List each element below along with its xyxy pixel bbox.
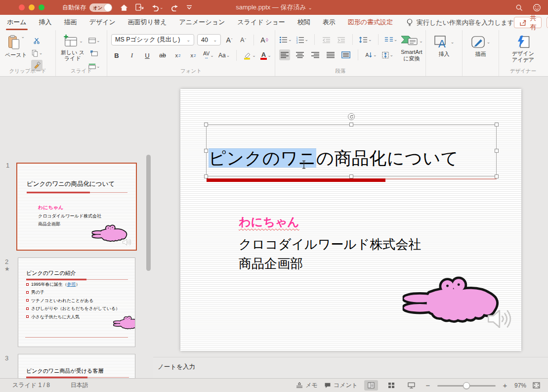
subtitle-name-text[interactable]: わにちゃん	[239, 214, 299, 230]
close-window-button[interactable]	[19, 4, 25, 10]
resize-handle[interactable]	[204, 174, 208, 178]
toolbar-overflow-icon[interactable]	[186, 5, 192, 10]
numbering-button[interactable]: 123⌄	[296, 34, 309, 45]
undo-chevron-icon[interactable]: ⌄	[160, 5, 164, 10]
columns-button[interactable]: ⌄	[384, 34, 398, 45]
resize-handle[interactable]	[204, 123, 208, 127]
resize-handle[interactable]	[204, 149, 208, 153]
zoom-slider[interactable]	[437, 382, 496, 389]
paste-button[interactable]: ⌄ ペースト	[5, 34, 27, 71]
draw-button[interactable]: ⌄ 描画	[463, 35, 499, 58]
resize-handle[interactable]	[495, 174, 499, 178]
layout-button[interactable]: ⌄	[88, 35, 100, 46]
rotate-handle[interactable]	[348, 113, 355, 120]
thumb-org: クロコダイルワールド株式会社	[38, 213, 101, 219]
resize-handle[interactable]	[495, 149, 499, 153]
home-icon[interactable]	[120, 4, 128, 11]
tab-挿入[interactable]: 挿入	[38, 15, 53, 30]
align-left-button[interactable]	[279, 49, 290, 60]
grow-font-button[interactable]: Aˆ	[224, 35, 235, 45]
strikethrough-button[interactable]: ab	[157, 50, 168, 61]
font-size-select[interactable]: 40⌄	[197, 34, 221, 45]
reset-slide-button[interactable]	[88, 48, 100, 59]
fit-to-window-button[interactable]	[533, 382, 540, 389]
justify-button[interactable]	[325, 49, 336, 60]
selected-text: ピンクのワニ	[209, 148, 316, 168]
superscript-button[interactable]: x2	[172, 50, 183, 61]
comment-status-button[interactable]: コメント	[324, 381, 358, 390]
cut-button[interactable]	[31, 35, 43, 46]
zoom-out-button[interactable]: −	[425, 381, 431, 390]
increase-indent-button[interactable]	[336, 34, 346, 45]
slideshow-view-button[interactable]	[405, 380, 419, 391]
redo-button[interactable]	[170, 4, 179, 11]
shrink-font-button[interactable]: Aˇ	[238, 35, 249, 45]
save-sync-icon[interactable]	[135, 3, 144, 11]
text-highlight-button[interactable]: ⌄	[243, 50, 256, 61]
text-direction-button[interactable]: A⌄	[365, 49, 377, 60]
ribbon-group-clipboard: ⌄ ペースト ⌄ クリップボード	[0, 30, 55, 76]
tab-図形の書式設定[interactable]: 図形の書式設定	[347, 15, 394, 30]
red-square-bullet-icon	[26, 291, 29, 294]
autosave-toggle[interactable]: オン	[89, 3, 112, 12]
notes-placeholder[interactable]: ノートを入力	[158, 363, 195, 371]
font-name-select[interactable]: MS Pゴシック (見出し)⌄	[111, 34, 194, 45]
resize-handle[interactable]	[349, 123, 353, 127]
align-right-button[interactable]	[310, 49, 321, 60]
tab-アニメーション[interactable]: アニメーション	[178, 15, 226, 30]
notes-pane[interactable]: ノートを入力	[153, 357, 548, 378]
zoom-level-label[interactable]: 97%	[514, 382, 526, 389]
search-icon[interactable]	[515, 4, 523, 11]
design-ideas-button[interactable]: デザイン アイデア	[499, 35, 547, 63]
tab-画面切り替え[interactable]: 画面切り替え	[127, 15, 168, 30]
subscript-button[interactable]: x2	[188, 50, 199, 61]
bullets-button[interactable]: ⌄	[279, 34, 292, 45]
copy-button[interactable]: ⌄	[31, 47, 43, 58]
new-slide-button[interactable]: ⌄ 新しい スライド	[60, 34, 85, 72]
decrease-indent-button[interactable]	[321, 34, 332, 45]
slide-title-text[interactable]: ピンクのワニの商品化について	[209, 147, 459, 170]
character-spacing-button[interactable]: AV↔⌄	[203, 50, 214, 61]
language-label[interactable]: 日本語	[71, 381, 88, 390]
tab-ホーム[interactable]: ホーム	[6, 15, 28, 30]
tab-デザイン[interactable]: デザイン	[88, 15, 117, 30]
subtitle-dept-text[interactable]: 商品企画部	[239, 255, 303, 272]
subtitle-org-text[interactable]: クロコダイルワールド株式会社	[239, 236, 421, 253]
title-underline-thick	[207, 178, 385, 182]
convert-to-smartart-button[interactable]: ⌄ SmartArt に変換	[397, 34, 426, 62]
align-text-vertical-button[interactable]: ⌄	[381, 49, 394, 60]
insert-button[interactable]: A ⌄ 挿入	[426, 35, 462, 58]
line-spacing-button[interactable]: ⌄	[359, 34, 372, 45]
distribute-text-button[interactable]	[340, 49, 351, 60]
tab-描画[interactable]: 描画	[63, 15, 78, 30]
resize-handle[interactable]	[495, 123, 499, 127]
align-center-button[interactable]	[295, 49, 305, 60]
normal-view-button[interactable]	[364, 380, 378, 391]
change-case-button[interactable]: Aa ⌄	[218, 50, 230, 61]
italic-button[interactable]: I	[126, 50, 137, 61]
slide-canvas[interactable]: ピンクのワニの商品化について わにちゃん クロコダイルワールド株式会社 商品企画…	[180, 89, 521, 351]
tell-me-search[interactable]: 実行したい作業内容を入力します	[406, 18, 514, 27]
tab-校閲[interactable]: 校閲	[296, 15, 311, 30]
font-color-button[interactable]: A⌄	[260, 50, 271, 61]
audio-speaker-icon[interactable]	[485, 305, 512, 332]
tab-表示[interactable]: 表示	[322, 15, 337, 30]
tab-スライド ショー[interactable]: スライド ショー	[236, 15, 286, 30]
slide-thumbnail-1[interactable]: ピンクのワニの商品化についてわにちゃんクロコダイルワールド株式会社商品企画部	[16, 163, 137, 251]
thumbnail-scrollbar[interactable]	[146, 155, 151, 271]
clear-formatting-button[interactable]: A◊	[259, 35, 270, 45]
red-square-bullet-icon	[26, 315, 29, 318]
minimize-window-button[interactable]	[29, 4, 35, 10]
zoom-window-button[interactable]	[39, 4, 44, 10]
bold-button[interactable]: B	[111, 50, 122, 61]
zoom-in-button[interactable]: +	[502, 381, 508, 390]
zoom-slider-knob[interactable]	[463, 382, 470, 389]
share-button[interactable]: 共有	[514, 17, 542, 28]
account-smiley-icon[interactable]	[533, 3, 541, 12]
undo-button[interactable]: ⌄	[151, 4, 164, 11]
underline-button[interactable]: U	[142, 50, 153, 61]
resize-handle[interactable]	[349, 174, 353, 178]
slide-sorter-view-button[interactable]	[384, 380, 398, 391]
slide-thumbnail-2[interactable]: ピンクのワニの紹介1995年春に誕生（参照）男の子ツチノコといわれたことがあるさ…	[18, 258, 135, 347]
memo-button[interactable]: メモ	[296, 381, 318, 390]
